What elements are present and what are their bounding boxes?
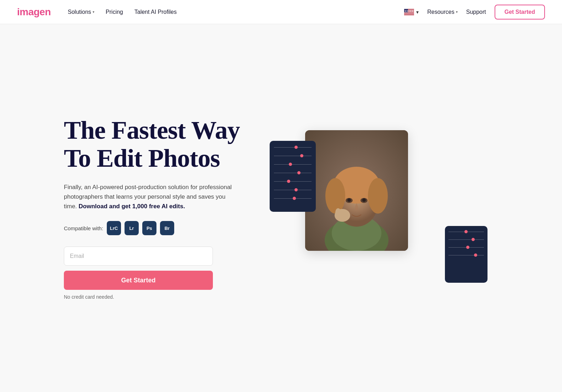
nav-pricing[interactable]: Pricing bbox=[106, 9, 123, 15]
slider-handle bbox=[294, 188, 298, 191]
slider-track bbox=[274, 173, 312, 173]
slider-track bbox=[448, 247, 484, 248]
email-input[interactable] bbox=[64, 247, 213, 266]
slider-row bbox=[448, 239, 484, 241]
svg-rect-12 bbox=[404, 15, 414, 15]
slider-row bbox=[274, 172, 312, 174]
slider-row bbox=[274, 198, 312, 200]
nav-resources[interactable]: Resources ▾ bbox=[427, 9, 457, 15]
person-photo-svg bbox=[305, 130, 408, 251]
compatible-row: Compatible with: LrC Lr Ps Br bbox=[64, 221, 263, 235]
hero-title: The Fastest Way To Edit Photos bbox=[64, 116, 263, 172]
hero-subtitle: Finally, an AI-powered post-production s… bbox=[64, 182, 234, 211]
resources-chevron-icon: ▾ bbox=[456, 10, 458, 14]
nav-links: Solutions ▾ Pricing Talent AI Profiles bbox=[68, 9, 404, 15]
slider-handle bbox=[297, 171, 301, 174]
svg-rect-8 bbox=[404, 13, 414, 13]
slider-row bbox=[448, 254, 484, 256]
navbar: imagen Solutions ▾ Pricing Talent AI Pro… bbox=[0, 0, 562, 24]
slider-panel-right bbox=[445, 226, 487, 283]
slider-handle bbox=[472, 238, 475, 241]
nav-solutions[interactable]: Solutions ▾ bbox=[68, 9, 94, 15]
photo-card bbox=[305, 130, 408, 251]
slider-track bbox=[448, 255, 484, 256]
slider-track bbox=[274, 181, 312, 182]
svg-rect-9 bbox=[404, 13, 414, 13]
slider-row bbox=[274, 147, 312, 149]
hero-get-started-button[interactable]: Get Started bbox=[64, 271, 213, 290]
svg-rect-7 bbox=[404, 12, 414, 12]
svg-rect-10 bbox=[404, 13, 414, 14]
svg-point-25 bbox=[347, 198, 351, 202]
slider-track bbox=[448, 239, 484, 240]
language-selector[interactable]: ★★★★★★ ▾ bbox=[404, 9, 419, 15]
slider-handle bbox=[289, 162, 292, 166]
slider-track bbox=[274, 156, 312, 156]
slider-row bbox=[274, 155, 312, 157]
flag-chevron-icon: ▾ bbox=[416, 9, 419, 15]
slider-handle bbox=[293, 197, 296, 200]
slider-track bbox=[274, 198, 312, 199]
slider-track bbox=[274, 147, 312, 148]
svg-point-28 bbox=[335, 208, 341, 217]
chevron-down-icon: ▾ bbox=[93, 10, 94, 14]
slider-track bbox=[448, 232, 484, 232]
slider-handle bbox=[474, 253, 477, 256]
svg-point-21 bbox=[325, 178, 345, 214]
logo-text: imagen bbox=[17, 6, 51, 18]
slider-row bbox=[274, 164, 312, 166]
slider-handle bbox=[294, 145, 298, 149]
slider-handle bbox=[466, 245, 469, 249]
slider-panel-left bbox=[270, 141, 316, 212]
slider-handle bbox=[464, 230, 468, 233]
photo-inner bbox=[305, 130, 408, 251]
slider-track bbox=[274, 190, 312, 191]
slider-handle bbox=[300, 154, 303, 157]
slider-row bbox=[448, 231, 484, 233]
slider-row bbox=[274, 189, 312, 191]
hero-section: The Fastest Way To Edit Photos Finally, … bbox=[0, 24, 562, 392]
navbar-get-started-button[interactable]: Get Started bbox=[495, 5, 545, 20]
nav-talent-ai-profiles[interactable]: Talent AI Profiles bbox=[134, 9, 177, 15]
slider-handle bbox=[287, 180, 290, 183]
badge-photoshop: Ps bbox=[142, 221, 156, 235]
svg-rect-11 bbox=[404, 14, 414, 15]
slider-track bbox=[274, 164, 312, 165]
nav-right: ★★★★★★ ▾ Resources ▾ Support Get Started bbox=[404, 5, 545, 20]
slider-row bbox=[274, 181, 312, 183]
svg-point-26 bbox=[362, 198, 366, 202]
slider-row bbox=[448, 247, 484, 249]
svg-point-22 bbox=[368, 178, 388, 214]
badge-lightroom: Lr bbox=[125, 221, 139, 235]
compatible-label: Compatible with: bbox=[64, 225, 103, 231]
hero-illustration bbox=[263, 120, 498, 297]
badge-bridge: Br bbox=[160, 221, 174, 235]
logo[interactable]: imagen bbox=[17, 6, 51, 18]
badge-lightroom-classic: LrC bbox=[107, 221, 121, 235]
nav-support[interactable]: Support bbox=[466, 9, 486, 15]
hero-content: The Fastest Way To Edit Photos Finally, … bbox=[64, 116, 263, 300]
svg-text:★★★★★★: ★★★★★★ bbox=[404, 10, 414, 12]
no-credit-card-text: No credit card needed. bbox=[64, 294, 263, 300]
us-flag-icon: ★★★★★★ bbox=[404, 9, 414, 15]
